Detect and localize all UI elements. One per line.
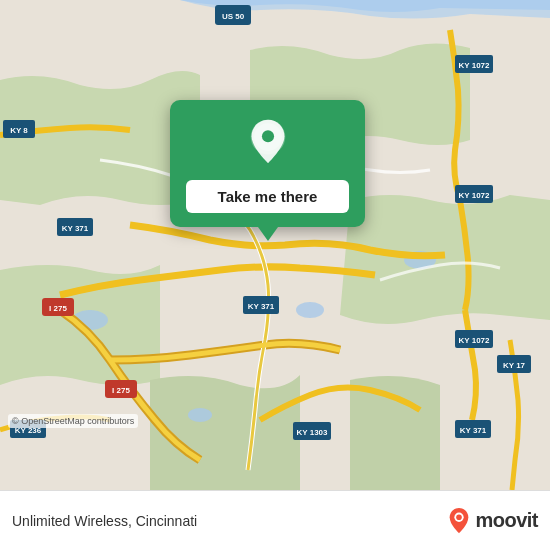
svg-text:KY 371: KY 371	[460, 426, 487, 435]
moovit-pin-icon	[447, 507, 471, 535]
svg-point-33	[261, 130, 273, 142]
svg-text:KY 1072: KY 1072	[459, 336, 491, 345]
map-container: US 50 KY 8 KY 1072 KY 1072 KY 371 KY 371…	[0, 0, 550, 490]
svg-point-35	[457, 514, 463, 520]
svg-text:I 275: I 275	[49, 304, 67, 313]
svg-text:KY 17: KY 17	[503, 361, 526, 370]
location-label: Unlimited Wireless, Cincinnati	[12, 513, 447, 529]
location-pin-icon	[242, 118, 294, 170]
svg-text:KY 8: KY 8	[10, 126, 28, 135]
moovit-logo: moovit	[447, 507, 538, 535]
svg-text:KY 371: KY 371	[62, 224, 89, 233]
osm-attribution: © OpenStreetMap contributors	[8, 414, 138, 428]
popup-card: Take me there	[170, 100, 365, 227]
bottom-bar: Unlimited Wireless, Cincinnati moovit	[0, 490, 550, 550]
svg-text:KY 1072: KY 1072	[459, 61, 491, 70]
svg-point-2	[296, 302, 324, 318]
svg-text:KY 1303: KY 1303	[297, 428, 329, 437]
svg-text:US 50: US 50	[222, 12, 245, 21]
svg-text:I 275: I 275	[112, 386, 130, 395]
moovit-brand-text: moovit	[475, 509, 538, 532]
svg-text:KY 1072: KY 1072	[459, 191, 491, 200]
take-me-there-button[interactable]: Take me there	[186, 180, 349, 213]
svg-point-4	[188, 408, 212, 422]
svg-text:KY 371: KY 371	[248, 302, 275, 311]
